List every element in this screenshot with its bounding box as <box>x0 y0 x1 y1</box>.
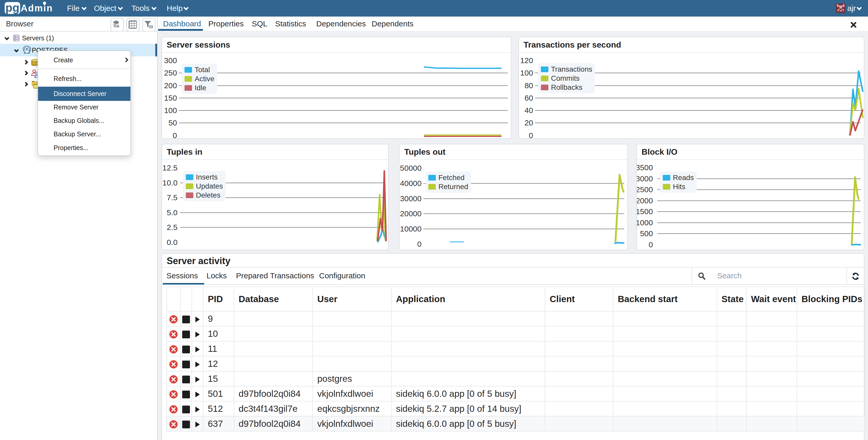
svg-text:40000: 40000 <box>400 179 422 188</box>
svg-text:1500: 1500 <box>637 207 653 216</box>
svg-text:5.0: 5.0 <box>167 208 178 217</box>
svg-text:10000: 10000 <box>400 224 422 233</box>
svg-text:7.5: 7.5 <box>167 193 178 202</box>
svg-text:3000: 3000 <box>637 174 653 183</box>
svg-text:250: 250 <box>164 68 177 77</box>
svg-text:0: 0 <box>173 131 177 138</box>
svg-text:150: 150 <box>164 94 177 102</box>
svg-text:100: 100 <box>520 68 533 77</box>
svg-text:200: 200 <box>164 81 177 90</box>
svg-text:12.5: 12.5 <box>162 163 178 172</box>
svg-text:50000: 50000 <box>400 164 422 172</box>
svg-text:3500: 3500 <box>637 163 653 172</box>
svg-text:0: 0 <box>529 131 533 138</box>
svg-text:300: 300 <box>164 56 177 65</box>
svg-text:20: 20 <box>525 119 533 127</box>
svg-text:40: 40 <box>525 106 533 115</box>
svg-text:0.0: 0.0 <box>167 238 178 247</box>
svg-text:2500: 2500 <box>637 185 653 194</box>
svg-text:80: 80 <box>525 81 533 90</box>
svg-text:30000: 30000 <box>400 194 422 203</box>
svg-text:20000: 20000 <box>400 209 422 218</box>
svg-text:500: 500 <box>640 229 653 238</box>
svg-text:0: 0 <box>649 240 653 249</box>
svg-text:100: 100 <box>164 106 177 115</box>
svg-text:2000: 2000 <box>637 196 653 205</box>
svg-text:2.5: 2.5 <box>167 223 178 231</box>
svg-text:0: 0 <box>417 240 422 248</box>
svg-text:10.0: 10.0 <box>162 179 178 187</box>
svg-text:60: 60 <box>525 94 533 102</box>
svg-text:1000: 1000 <box>637 218 653 227</box>
svg-text:50: 50 <box>168 119 177 127</box>
svg-text:120: 120 <box>520 56 533 65</box>
